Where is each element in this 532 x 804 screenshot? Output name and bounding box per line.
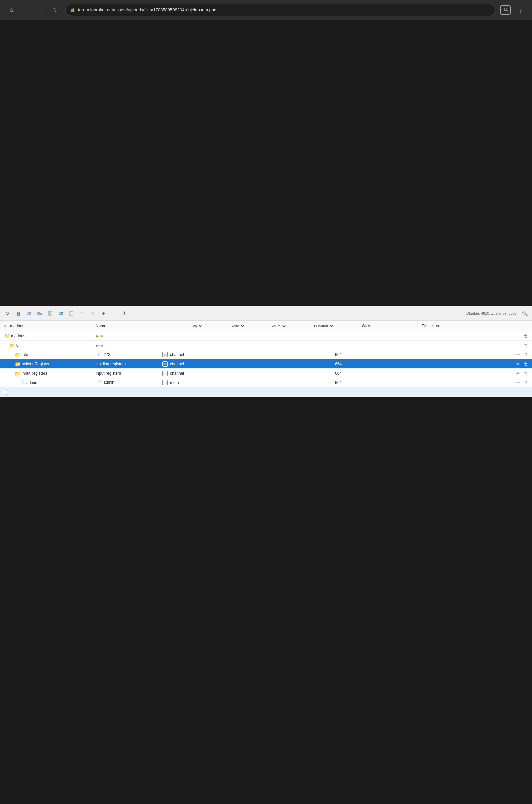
folder-button-1[interactable] [24, 308, 34, 318]
type-icon: 📄 [162, 380, 168, 385]
row-actions: ✏ 🗑 [395, 370, 529, 377]
add-button[interactable]: + [98, 308, 108, 318]
forward-button[interactable]: → [35, 4, 46, 16]
row-type-cell: ch channel [162, 361, 202, 367]
folder-button-2[interactable] [35, 308, 44, 318]
status-indicator [96, 344, 105, 347]
einstellung-label: Einstellun... [422, 324, 442, 328]
rolle-select[interactable]: Rolle [229, 324, 245, 328]
table-row[interactable]: 📁 info i info ch channel 664 ✏ 🗑 [0, 350, 532, 359]
row-type-cell: ch channel [162, 352, 202, 357]
toolbar: ⟳ ▦ [0, 306, 532, 321]
table-row[interactable]: 📁 inputRegisters Input registers ch chan… [0, 369, 532, 378]
table-row[interactable]: 📁 0 🗑 [0, 341, 532, 350]
refresh-button[interactable]: ⟳ [3, 308, 13, 318]
funktion-select[interactable]: Funktion [312, 324, 334, 328]
edit-button[interactable]: ✏ [515, 379, 521, 386]
row-description [96, 334, 162, 338]
add-row[interactable]: 📄 [0, 387, 532, 396]
table-row[interactable]: 📁 holdingRegisters Holding registers ch … [0, 359, 532, 369]
browser-chrome: ⌂ ← → ↻ 🔒 forum.iobroker.net/assets/uplo… [0, 0, 532, 20]
row-actions: 🗑 [395, 342, 529, 349]
row-value: 664 [335, 371, 395, 376]
edit-button[interactable]: ✏ [515, 360, 521, 367]
delete-button[interactable]: 🗑 [523, 342, 529, 349]
row-name-cell: 📁 holdingRegisters [3, 361, 96, 367]
col-raum-header[interactable]: Raum [269, 324, 312, 328]
status-indicator [96, 335, 105, 337]
col-name-header: Name [96, 324, 189, 328]
row-actions: ✏ 🗑 [395, 379, 529, 386]
row-description: 📄 admin [96, 380, 162, 385]
address-bar[interactable]: 🔒 forum.iobroker.net/assets/uploads/file… [65, 4, 496, 16]
row-value: 664 [335, 361, 395, 366]
svg-rect-1 [70, 312, 73, 315]
row-label: info [22, 352, 28, 357]
tab-count[interactable]: 14 [500, 5, 511, 15]
row-description: Holding registers [96, 361, 162, 366]
col-typ-header[interactable]: Typ [189, 324, 229, 328]
type-label: channel [170, 361, 184, 366]
folder-icon: 📁 [9, 343, 15, 348]
type-icon: ch [162, 361, 168, 367]
delete-button[interactable]: 🗑 [523, 360, 529, 367]
row-label: inputRegisters [22, 371, 47, 376]
dot-green [96, 344, 98, 347]
download-button[interactable]: ⬇ [120, 308, 130, 318]
text-button[interactable]: T [77, 308, 87, 318]
file-icon2: 📄 [96, 380, 101, 385]
breadcrumb-close[interactable]: ✕ [3, 323, 8, 329]
row-value: 664 [335, 380, 395, 385]
type-icon: ch [162, 371, 168, 376]
reload-button[interactable]: ↻ [49, 4, 61, 16]
delete-button[interactable]: 🗑 [523, 379, 529, 386]
folder-icon: 📁 [4, 333, 10, 339]
wert-label: Wert [362, 324, 370, 328]
add-row-button[interactable]: 📄 [3, 389, 9, 395]
text2-button[interactable]: Tx [88, 308, 98, 318]
clipboard-button[interactable] [66, 308, 76, 318]
edit-button[interactable]: ✏ [515, 370, 521, 377]
row-label: admin [26, 380, 37, 385]
search-button[interactable]: 🔍 [520, 309, 529, 318]
file-button-1[interactable] [45, 308, 55, 318]
col-einstellung-header: Einstellun... [422, 324, 529, 328]
table-row[interactable]: 📄 admin 📄 admin 📄 meta 664 ✏ 🗑 [0, 378, 532, 387]
back-button[interactable]: ← [20, 4, 32, 16]
delete-button[interactable]: 🗑 [523, 370, 529, 377]
type-icon: ch [162, 352, 168, 357]
dot-gray [101, 335, 103, 337]
folder-icon: 📁 [15, 371, 20, 376]
row-type-cell: ch channel [162, 371, 202, 376]
nav-buttons: ⌂ ← → ↻ [5, 4, 61, 16]
table-row[interactable]: 📁 modbus 🗑 [0, 331, 532, 341]
delete-button[interactable]: 🗑 [523, 333, 529, 339]
col-funktion-header[interactable]: Funktion [312, 324, 362, 328]
up-button[interactable]: ↑ [109, 308, 119, 318]
type-label: channel [170, 371, 184, 376]
breadcrumb-text: modbus [10, 324, 24, 328]
raum-select[interactable]: Raum [269, 324, 287, 328]
home-button[interactable]: ⌂ [5, 4, 17, 16]
row-value: 664 [335, 352, 395, 357]
lock-icon: 🔒 [70, 7, 75, 12]
type-label: meta [170, 380, 179, 385]
iobroker-panel: ⟳ ▦ [0, 306, 532, 396]
grid-view-button[interactable]: ▦ [13, 308, 23, 318]
dark-area-top [0, 20, 532, 306]
dot-gray [101, 344, 103, 347]
dot-green [96, 335, 98, 337]
edit-button[interactable]: ✏ [515, 351, 521, 358]
row-description [96, 343, 162, 348]
col-rolle-header[interactable]: Rolle [229, 324, 269, 328]
row-label: modbus [11, 334, 25, 338]
name-label: Name [96, 324, 107, 328]
file-icon: 📄 [20, 380, 25, 385]
tree-table: 📁 modbus 🗑 📁 [0, 331, 532, 396]
delete-button[interactable]: 🗑 [523, 351, 529, 358]
dot-yellow [98, 335, 100, 337]
browser-menu-button[interactable]: ⋮ [515, 4, 527, 16]
row-actions: 🗑 [395, 333, 529, 339]
folder-button-3[interactable] [56, 308, 66, 318]
typ-select[interactable]: Typ [189, 324, 203, 328]
